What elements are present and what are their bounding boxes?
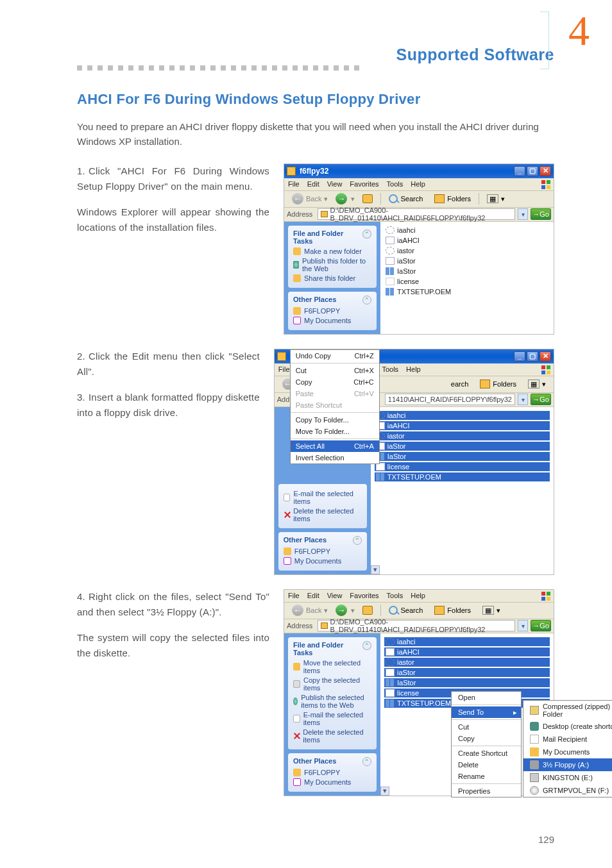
address-input[interactable]: 11410\AHCI_RAID\F6FLOPPY\f6flpy32 xyxy=(385,394,515,405)
file-row[interactable]: iastor xyxy=(384,246,550,255)
file-row[interactable]: TXTSETUP.OEM xyxy=(384,287,550,296)
maximize-button[interactable]: ▢ xyxy=(527,351,538,362)
sendto-item[interactable]: My Documents xyxy=(523,746,612,758)
place-my-documents[interactable]: My Documents xyxy=(284,557,362,565)
address-dropdown[interactable]: ▾ xyxy=(518,208,528,220)
sendto-item[interactable]: GRTMPVOL_EN (F:) xyxy=(523,784,612,797)
forward-button[interactable]: → xyxy=(336,193,347,204)
up-button[interactable] xyxy=(359,605,377,616)
collapse-icon[interactable]: ⌃ xyxy=(353,536,362,545)
file-row[interactable]: iaAHCI xyxy=(384,236,550,245)
ctx-item[interactable]: Properties xyxy=(452,785,521,797)
address-dropdown[interactable]: ▾ xyxy=(518,394,528,405)
file-row-selected[interactable]: IaStor xyxy=(384,678,550,687)
scroll-down-icon[interactable]: ▾ xyxy=(371,565,380,574)
folders-button[interactable]: Folders xyxy=(430,605,475,616)
file-row-selected[interactable]: iaahci xyxy=(375,411,550,420)
edit-menu-item[interactable]: CopyCtrl+C xyxy=(291,376,379,388)
edit-menu-item[interactable]: Copy To Folder... xyxy=(291,414,379,426)
file-row-selected[interactable]: iaahci xyxy=(384,637,550,646)
folders-button[interactable]: Folders xyxy=(430,193,475,204)
ctx-item[interactable]: Create Shortcut xyxy=(452,747,521,759)
task-email[interactable]: E-mail the selected items xyxy=(284,490,362,505)
sendto-item[interactable]: Compressed (zipped) Folder xyxy=(523,701,612,720)
back-button[interactable]: ←Back▾ xyxy=(288,603,332,617)
menu-help[interactable]: Help xyxy=(411,592,425,599)
views-button[interactable]: ▦▾ xyxy=(483,193,509,204)
task-new-folder[interactable]: Make a new folder xyxy=(293,247,371,255)
maximize-button[interactable]: ▢ xyxy=(527,166,538,176)
menu-view[interactable]: View xyxy=(327,592,343,599)
go-button[interactable]: → Go xyxy=(531,620,551,631)
edit-menu-item[interactable]: Move To Folder... xyxy=(291,426,379,437)
place-f6floppy[interactable]: F6FLOPPY xyxy=(293,769,371,776)
go-button[interactable]: → Go xyxy=(531,208,551,220)
minimize-button[interactable]: _ xyxy=(514,166,525,176)
file-row-selected[interactable]: iastor xyxy=(375,431,550,440)
menu-tools[interactable]: Tools xyxy=(387,592,404,599)
close-button[interactable]: ✕ xyxy=(540,166,551,176)
scroll-down-icon[interactable]: ▾ xyxy=(380,787,389,796)
minimize-button[interactable]: _ xyxy=(514,351,525,362)
views-button[interactable]: ▦▾ xyxy=(479,605,504,616)
address-input[interactable]: D:\DEMO_CA900-B_DRV_011410\AHCI_RAID\F6F… xyxy=(318,620,515,631)
task-delete[interactable]: Delete the selected items xyxy=(284,507,362,522)
collapse-icon[interactable]: ⌃ xyxy=(362,230,371,238)
menu-help[interactable]: Help xyxy=(411,180,425,188)
file-row-selected[interactable]: iastor xyxy=(384,658,550,667)
file-row-selected[interactable]: TXTSETUP.OEM xyxy=(375,472,550,481)
menu-edit[interactable]: Edit xyxy=(307,592,319,599)
file-row[interactable]: iaahci xyxy=(384,226,550,235)
search-button[interactable]: Search xyxy=(385,605,427,616)
sendto-item[interactable]: Desktop (create shortcut) xyxy=(523,720,612,733)
task-email[interactable]: E-mail the selected items xyxy=(293,711,371,726)
place-my-documents[interactable]: My Documents xyxy=(293,317,371,324)
back-button[interactable]: ←Back▾ xyxy=(288,192,332,206)
file-row-selected[interactable]: iaAHCI xyxy=(375,421,550,430)
file-row-selected[interactable]: IaStor xyxy=(375,452,550,461)
forward-button[interactable]: → xyxy=(336,605,347,616)
address-dropdown[interactable]: ▾ xyxy=(518,620,528,631)
menu-tools[interactable]: Tools xyxy=(387,180,404,188)
edit-menu-item[interactable]: Undo CopyCtrl+Z xyxy=(291,350,379,362)
address-input[interactable]: D:\DEMO_CA900-B_DRV_011410\AHCI_RAID\F6F… xyxy=(318,208,515,220)
search-button[interactable]: Search xyxy=(385,193,427,204)
menu-favorites[interactable]: Favorites xyxy=(350,592,378,599)
folders-button[interactable]: Folders xyxy=(476,378,520,390)
task-publish[interactable]: Publish this folder to the Web xyxy=(293,257,371,272)
file-row[interactable]: iaStor xyxy=(384,256,550,265)
sendto-item[interactable]: KINGSTON (E:) xyxy=(523,771,612,784)
edit-menu-item[interactable]: Select AllCtrl+A xyxy=(291,440,379,452)
file-row[interactable]: IaStor xyxy=(384,267,550,276)
task-share[interactable]: Share this folder xyxy=(293,274,371,282)
menu-file[interactable]: File xyxy=(278,365,290,373)
views-button[interactable]: ▦▾ xyxy=(524,378,550,390)
file-row-selected[interactable]: license xyxy=(375,462,550,471)
menu-edit[interactable]: Edit xyxy=(307,180,319,188)
place-my-documents[interactable]: My Documents xyxy=(293,778,371,786)
collapse-icon[interactable]: ⌃ xyxy=(362,757,371,766)
sendto-item[interactable]: 3½ Floppy (A:) xyxy=(523,758,612,771)
ctx-item[interactable]: Send To▸ xyxy=(452,706,521,718)
file-row-selected[interactable]: iaStor xyxy=(384,668,550,677)
menu-file[interactable]: File xyxy=(288,592,300,599)
menu-help[interactable]: Help xyxy=(406,365,421,373)
edit-menu-item[interactable]: Invert Selection xyxy=(291,452,379,463)
menu-file[interactable]: File xyxy=(288,180,300,188)
ctx-item[interactable]: Rename xyxy=(452,771,521,782)
ctx-item[interactable]: Copy xyxy=(452,733,521,744)
close-button[interactable]: ✕ xyxy=(540,351,551,362)
collapse-icon[interactable]: ⌃ xyxy=(362,641,371,650)
task-publish[interactable]: Publish the selected items to the Web xyxy=(293,694,371,709)
ctx-item[interactable]: Delete xyxy=(452,759,521,771)
edit-menu-item[interactable]: CutCtrl+X xyxy=(291,365,379,376)
place-f6floppy[interactable]: F6FLOPPY xyxy=(293,307,371,315)
menu-view[interactable]: View xyxy=(327,180,343,188)
task-copy[interactable]: Copy the selected items xyxy=(293,676,371,692)
task-delete[interactable]: Delete the selected items xyxy=(293,728,371,744)
collapse-icon[interactable]: ⌃ xyxy=(362,296,371,305)
file-row[interactable]: license xyxy=(384,277,550,286)
sendto-item[interactable]: Mail Recipient xyxy=(523,733,612,746)
ctx-item[interactable]: Open xyxy=(452,692,521,703)
task-move[interactable]: Move the selected items xyxy=(293,659,371,674)
